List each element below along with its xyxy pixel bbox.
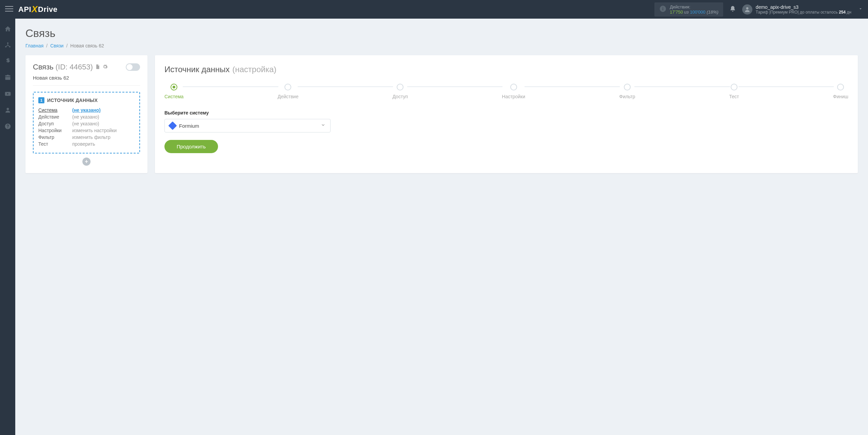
source-number: 1: [38, 97, 44, 103]
document-icon[interactable]: [95, 63, 100, 71]
logo-text-2: Drive: [38, 5, 58, 14]
chevron-down-icon: [858, 6, 863, 13]
sidebar-help-icon[interactable]: [4, 123, 11, 131]
step-label: Доступ: [392, 94, 408, 99]
sidebar-connections-icon[interactable]: [4, 42, 11, 50]
step-dot: [624, 84, 631, 90]
actions-usage[interactable]: Действия: 17'750 из 100'000 (18%): [654, 2, 723, 17]
source-row-label: Система: [38, 107, 65, 113]
source-row-value: изменить настройки: [72, 128, 117, 133]
sidebar-account-icon[interactable]: [4, 107, 11, 115]
connection-title: Связь (ID: 44653): [33, 63, 108, 71]
sidebar: [0, 19, 15, 435]
connection-toggle[interactable]: [126, 63, 140, 71]
step-dot: [510, 84, 517, 90]
source-row[interactable]: Тестпроверить: [38, 141, 135, 147]
breadcrumb-current: Новая связь 62: [70, 43, 104, 48]
connection-name: Новая связь 62: [33, 75, 140, 86]
breadcrumb: Главная / Связи / Новая связь 62: [25, 43, 858, 48]
logo[interactable]: APIXDrive: [18, 4, 58, 15]
breadcrumb-links[interactable]: Связи: [50, 43, 63, 48]
gear-icon[interactable]: [102, 63, 108, 71]
source-row[interactable]: Система(не указано): [38, 107, 135, 113]
actions-label: Действия:: [670, 4, 718, 9]
svg-rect-4: [663, 8, 663, 10]
add-destination-button[interactable]: +: [82, 158, 91, 166]
step-line: [298, 86, 393, 87]
breadcrumb-sep: /: [46, 43, 47, 48]
select-value: Formium: [179, 123, 317, 129]
formium-icon: [168, 121, 177, 130]
actions-value: 17'750 из 100'000 (18%): [670, 9, 718, 15]
logo-x: X: [32, 4, 38, 15]
info-icon: [659, 5, 667, 14]
svg-point-7: [7, 42, 8, 44]
step-label: Тест: [729, 94, 739, 99]
source-row-label: Фильтр: [38, 134, 65, 140]
avatar-icon: [742, 4, 752, 15]
svg-point-6: [746, 7, 749, 9]
source-row-label: Тест: [38, 141, 65, 147]
step-label: Настройки: [502, 94, 525, 99]
step-line: [407, 86, 502, 87]
page-title: Связь: [25, 27, 858, 40]
chevron-down-icon: [321, 123, 326, 129]
step-line: [183, 86, 278, 87]
system-select-label: Выберите систему: [164, 110, 848, 116]
user-name: demo_apix-drive_s3: [756, 4, 851, 10]
menu-toggle-icon[interactable]: [5, 5, 13, 14]
logo-text: API: [18, 5, 31, 14]
step-система[interactable]: Система: [164, 84, 183, 99]
connection-card: Связь (ID: 44653) Новая связь 62 1 ИСТОЧ…: [25, 55, 147, 173]
breadcrumb-sep: /: [66, 43, 67, 48]
config-title: Источник данных: [164, 65, 230, 74]
notifications-icon[interactable]: [729, 5, 736, 14]
step-dot: [284, 84, 291, 90]
source-row[interactable]: Действие(не указано): [38, 114, 135, 120]
step-label: Действие: [278, 94, 299, 99]
step-dot: [171, 84, 177, 90]
topbar: APIXDrive Действия: 17'750 из 100'000 (1…: [0, 0, 868, 19]
config-subtitle: (настройка): [232, 65, 276, 74]
svg-rect-0: [5, 6, 13, 7]
source-row[interactable]: Доступ(не указано): [38, 121, 135, 126]
svg-rect-1: [5, 8, 13, 9]
stepper: СистемаДействиеДоступНастройкиФильтрТест…: [164, 84, 848, 99]
source-row-value: изменить фильтр: [72, 134, 111, 140]
data-source-box: 1 ИСТОЧНИК ДАННЫХ Система(не указано)Дей…: [33, 92, 140, 153]
source-row-value: (не указано): [72, 114, 99, 120]
source-row[interactable]: Настройкиизменить настройки: [38, 128, 135, 133]
svg-point-5: [662, 7, 663, 7]
step-действие[interactable]: Действие: [278, 84, 299, 99]
source-row-value[interactable]: (не указано): [72, 107, 101, 113]
step-доступ[interactable]: Доступ: [392, 84, 408, 99]
svg-rect-2: [5, 11, 13, 12]
sidebar-billing-icon[interactable]: [4, 58, 11, 66]
svg-point-13: [7, 127, 8, 128]
user-menu[interactable]: demo_apix-drive_s3 Тариф |Премиум PRO| д…: [742, 4, 863, 15]
svg-point-11: [6, 108, 9, 110]
step-тест[interactable]: Тест: [729, 84, 739, 99]
source-row-label: Настройки: [38, 128, 65, 133]
step-label: Финиш: [833, 94, 848, 99]
step-фильтр[interactable]: Фильтр: [619, 84, 635, 99]
source-row-value: (не указано): [72, 121, 99, 126]
continue-button[interactable]: Продолжить: [164, 140, 218, 153]
config-card: Источник данных (настройка) СистемаДейст…: [155, 55, 858, 173]
step-dot: [397, 84, 403, 90]
system-select[interactable]: Formium: [164, 119, 331, 132]
user-tariff: Тариф |Премиум PRO| до оплаты осталось 2…: [756, 10, 851, 15]
step-line: [738, 86, 834, 87]
step-line: [634, 86, 730, 87]
sidebar-video-icon[interactable]: [4, 90, 11, 99]
sidebar-briefcase-icon[interactable]: [4, 74, 11, 82]
sidebar-home-icon[interactable]: [4, 25, 11, 34]
breadcrumb-home[interactable]: Главная: [25, 43, 43, 48]
source-row-label: Действие: [38, 114, 65, 120]
source-title: ИСТОЧНИК ДАННЫХ: [47, 98, 98, 103]
step-настройки[interactable]: Настройки: [502, 84, 525, 99]
step-dot: [731, 84, 737, 90]
source-row-value: проверить: [72, 141, 95, 147]
source-row[interactable]: Фильтризменить фильтр: [38, 134, 135, 140]
step-финиш[interactable]: Финиш: [833, 84, 848, 99]
